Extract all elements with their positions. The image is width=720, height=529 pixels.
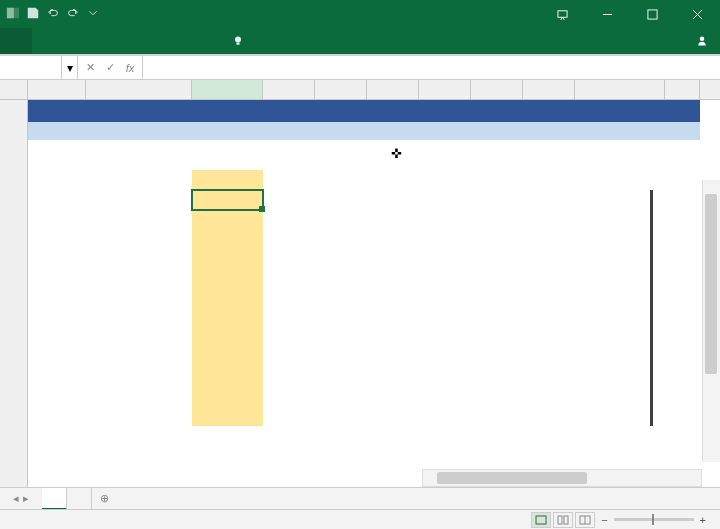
zoom-slider[interactable]: [614, 518, 694, 521]
tab-formulas[interactable]: [104, 28, 128, 54]
cancel-icon[interactable]: ✕: [82, 61, 98, 74]
waterfall-chart: [273, 190, 673, 426]
sheet-tab-bar: ◂▸ ⊕: [0, 487, 720, 509]
page-break-view-icon[interactable]: [575, 512, 595, 528]
normal-view-icon[interactable]: [531, 512, 551, 528]
svg-rect-1: [7, 7, 14, 18]
link-band: [28, 122, 700, 140]
qat-dropdown-icon[interactable]: [86, 6, 100, 23]
save-icon[interactable]: [26, 6, 40, 23]
zoom-controls: − +: [601, 514, 712, 526]
zoom-in-icon[interactable]: +: [700, 514, 706, 526]
user-name[interactable]: [668, 28, 688, 54]
col-header[interactable]: [575, 80, 665, 99]
select-all-corner[interactable]: [0, 80, 28, 99]
col-header[interactable]: [263, 80, 315, 99]
sheet-title-band: [28, 100, 700, 122]
sheet-tab[interactable]: [42, 488, 67, 510]
next-sheet-icon: ▸: [23, 492, 29, 505]
name-box-dropdown-icon[interactable]: ▾: [62, 56, 78, 79]
status-bar: − +: [0, 509, 720, 529]
share-icon: [696, 35, 708, 47]
cells-area[interactable]: ✜: [28, 100, 720, 504]
col-header[interactable]: [86, 80, 192, 99]
tab-page-layout[interactable]: [80, 28, 104, 54]
tab-review[interactable]: [152, 28, 176, 54]
zoom-out-icon[interactable]: −: [601, 514, 607, 526]
svg-rect-11: [558, 516, 562, 524]
svg-rect-8: [237, 43, 240, 45]
col-header[interactable]: [28, 80, 86, 99]
col-header[interactable]: [192, 80, 263, 99]
column-headers: [0, 80, 720, 100]
ribbon-options-icon[interactable]: [540, 0, 585, 28]
col-header[interactable]: [367, 80, 419, 99]
tab-power-pivot[interactable]: [200, 28, 224, 54]
close-icon[interactable]: [675, 0, 720, 28]
tab-data[interactable]: [128, 28, 152, 54]
view-switcher: [531, 512, 595, 528]
svg-rect-12: [564, 516, 568, 524]
ribbon-tabs: [0, 28, 720, 54]
formula-input[interactable]: [143, 56, 720, 79]
tell-me[interactable]: [232, 28, 249, 54]
worksheet-grid[interactable]: ✜: [0, 80, 720, 504]
col-header[interactable]: [523, 80, 575, 99]
cell-cursor-icon: ✜: [391, 146, 402, 161]
tab-home[interactable]: [32, 28, 56, 54]
minimize-icon[interactable]: [585, 0, 630, 28]
lightbulb-icon: [232, 35, 244, 47]
svg-rect-2: [558, 10, 567, 16]
sheet-nav[interactable]: ◂▸: [0, 492, 42, 505]
undo-icon[interactable]: [46, 6, 60, 23]
name-box[interactable]: [0, 56, 62, 79]
svg-rect-10: [536, 516, 546, 524]
sheet-tab[interactable]: [67, 488, 92, 510]
col-header[interactable]: [665, 80, 700, 99]
col-header[interactable]: [315, 80, 367, 99]
value-column-highlight: [192, 170, 263, 426]
tab-insert[interactable]: [56, 28, 80, 54]
horizontal-scrollbar[interactable]: [422, 469, 702, 487]
redo-icon[interactable]: [66, 6, 80, 23]
title-bar: [0, 0, 720, 28]
tab-view[interactable]: [176, 28, 200, 54]
col-header[interactable]: [419, 80, 471, 99]
prev-sheet-icon: ◂: [13, 492, 19, 505]
maximize-icon[interactable]: [630, 0, 675, 28]
add-sheet-button[interactable]: ⊕: [92, 492, 116, 505]
formula-bar: ▾ ✕ ✓ fx: [0, 56, 720, 80]
fx-icon[interactable]: fx: [122, 62, 138, 74]
svg-rect-4: [648, 9, 657, 18]
share-button[interactable]: [688, 28, 720, 54]
svg-point-7: [235, 37, 241, 43]
enter-icon[interactable]: ✓: [102, 61, 118, 74]
chart-axis: [650, 190, 653, 426]
col-header[interactable]: [471, 80, 523, 99]
excel-icon: [6, 6, 20, 23]
vertical-scrollbar[interactable]: [702, 180, 720, 462]
row-headers: [0, 100, 28, 504]
file-tab[interactable]: [0, 28, 32, 54]
svg-point-9: [700, 37, 705, 42]
page-layout-view-icon[interactable]: [553, 512, 573, 528]
quick-access-toolbar: [0, 6, 100, 23]
